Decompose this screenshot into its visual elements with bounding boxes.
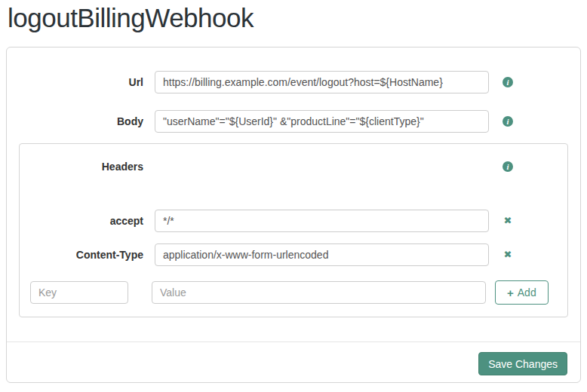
new-header-row: + Add xyxy=(30,280,567,305)
info-icon[interactable]: i xyxy=(502,77,513,87)
new-header-value-input[interactable] xyxy=(152,281,486,304)
plus-icon: + xyxy=(507,286,514,299)
body-label: Body xyxy=(7,115,143,127)
url-row: Url i xyxy=(7,71,580,93)
url-input[interactable] xyxy=(155,71,489,93)
header-key-label: Content-Type xyxy=(20,249,143,261)
header-row-content-type: Content-Type ✖ xyxy=(20,243,567,266)
headers-panel: Headers i accept ✖ Content-Type ✖ xyxy=(19,143,568,317)
add-button-label: Add xyxy=(518,286,536,299)
save-changes-button[interactable]: Save Changes xyxy=(478,352,567,375)
panel-footer: Save Changes xyxy=(7,341,580,382)
header-value-input-content-type[interactable] xyxy=(155,243,489,266)
header-key-label: accept xyxy=(20,215,143,227)
body-row: Body i xyxy=(7,110,580,133)
info-icon[interactable]: i xyxy=(502,116,513,127)
header-row-accept: accept ✖ xyxy=(20,210,567,232)
info-icon[interactable]: i xyxy=(502,161,513,172)
body-input[interactable] xyxy=(155,110,489,133)
header-value-input-accept[interactable] xyxy=(155,210,489,232)
new-header-key-input[interactable] xyxy=(30,281,128,304)
headers-label: Headers xyxy=(20,161,143,173)
page-title: logoutBillingWebhook xyxy=(8,3,254,33)
add-header-button[interactable]: + Add xyxy=(495,280,549,305)
url-label: Url xyxy=(7,76,143,88)
headers-title-row: Headers i xyxy=(20,161,567,173)
webhook-form-panel: Url i Body i Headers i accept xyxy=(6,47,581,383)
remove-header-icon[interactable]: ✖ xyxy=(504,216,512,226)
remove-header-icon[interactable]: ✖ xyxy=(504,250,512,260)
